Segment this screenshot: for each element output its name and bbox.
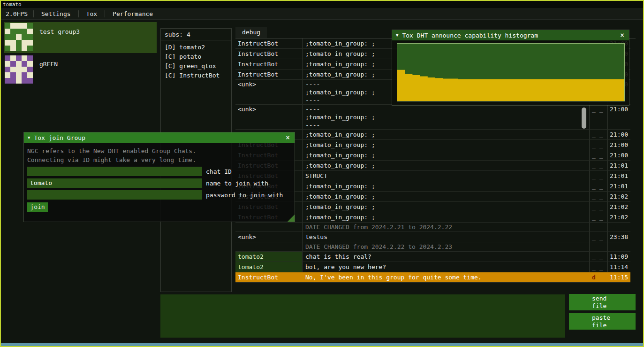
avatar-pixel bbox=[22, 78, 27, 84]
join-name-input[interactable]: tomato bbox=[27, 178, 202, 188]
contact-item-gREEN[interactable]: gREEN bbox=[4, 54, 157, 85]
chat-row-message: DATE CHANGED from 2024.2.22 to 2024.2.23 bbox=[302, 242, 589, 251]
avatar-pixel bbox=[27, 55, 33, 61]
chat-row-name: tomato2 bbox=[235, 252, 302, 262]
send-file-label: send file bbox=[592, 295, 613, 310]
avatar-pixel bbox=[5, 40, 10, 46]
chat-row-message: ;tomato_in_group: ; bbox=[302, 212, 589, 222]
chat-row[interactable]: <unk>---- ;tomato_in_group: ; ----_ _21:… bbox=[235, 105, 630, 130]
paste-file-label: paste file bbox=[592, 314, 613, 329]
collapse-arrow-icon[interactable]: ▼ bbox=[28, 135, 30, 140]
window-title: tomato bbox=[3, 1, 22, 8]
chat-scrollbar-thumb[interactable] bbox=[582, 108, 586, 129]
avatar-pixel bbox=[5, 29, 10, 34]
avatar-pixel bbox=[16, 40, 22, 46]
avatar-pixel bbox=[10, 67, 16, 72]
chat-row-name: InstructBot bbox=[235, 39, 302, 48]
chat-row-message: chat is this real? bbox=[302, 252, 589, 262]
avatar-pixel bbox=[5, 78, 10, 84]
chat-row-message: No, I've been in this group for quite so… bbox=[302, 272, 589, 282]
menu-separator bbox=[33, 10, 34, 17]
chat-row-flags: _ _ bbox=[589, 202, 607, 212]
subs-member[interactable]: [C] potato bbox=[161, 52, 231, 62]
join-group-window-titlebar[interactable]: ▼ Tox join Group × bbox=[24, 132, 295, 143]
chat-row-flags: _ _ bbox=[589, 192, 607, 201]
avatar-pixel bbox=[22, 29, 27, 34]
chat-date-row: DATE CHANGED from 2024.2.22 to 2024.2.23 bbox=[235, 242, 630, 252]
chat-row-name bbox=[235, 242, 302, 251]
join-button[interactable]: join bbox=[27, 202, 48, 212]
chat-row-name: InstructBot bbox=[235, 49, 302, 59]
avatar-pixel bbox=[27, 67, 33, 72]
chat-row-name: <unk> bbox=[235, 105, 302, 129]
chat-row[interactable]: tomato2bot, are you new here?_ _11:14 bbox=[235, 262, 630, 272]
resize-handle[interactable] bbox=[288, 215, 295, 222]
bottom-strip bbox=[1, 343, 643, 346]
contact-list: test_group3gREEN bbox=[4, 22, 157, 87]
join-group-window: ▼ Tox join Group × NGC refers to the New… bbox=[23, 132, 295, 222]
join-fields: chat IDtomatoname to join withpassword t… bbox=[27, 167, 291, 200]
menu-item-tox[interactable]: Tox bbox=[80, 10, 104, 17]
chat-row-flags: _ _ bbox=[589, 140, 607, 150]
join-password-input[interactable] bbox=[27, 190, 202, 200]
avatar-pixel bbox=[22, 34, 27, 40]
close-icon[interactable]: × bbox=[619, 32, 625, 39]
histogram-window-titlebar[interactable]: ▼ Tox DHT announce capability histogram … bbox=[392, 30, 629, 40]
paste-file-button[interactable]: paste file bbox=[569, 313, 636, 330]
fps-counter: 2.0FPS bbox=[1, 10, 32, 17]
chat-row[interactable]: tomato2chat is this real?_ _11:09 bbox=[235, 252, 630, 262]
chat-row-flags: _ _ bbox=[589, 161, 607, 170]
subs-member[interactable]: [C] green_qtox bbox=[161, 62, 231, 71]
chat-row-flags: _ _ bbox=[589, 105, 607, 129]
chat-row-message: ;tomato_in_group: ; bbox=[302, 202, 589, 212]
chat-row-time: 21:00 bbox=[607, 150, 630, 160]
avatar-pixel bbox=[27, 40, 33, 46]
join-description-line2: Connecting via ID might take a very long… bbox=[27, 155, 291, 164]
avatar-pixel bbox=[5, 61, 10, 67]
subs-member[interactable]: [D] tomato2 bbox=[161, 43, 231, 52]
chat-row-time bbox=[607, 223, 630, 231]
chat-row-name: InstructBot bbox=[235, 272, 302, 282]
menu-items: SettingsToxPerformance bbox=[32, 8, 159, 19]
avatar-pixel bbox=[16, 34, 22, 40]
join-field-label: password to join with bbox=[206, 192, 283, 199]
menu-item-performance[interactable]: Performance bbox=[106, 10, 159, 17]
histogram-plot bbox=[397, 43, 625, 101]
menubar: 2.0FPS SettingsToxPerformance bbox=[1, 8, 643, 20]
chat-row-name bbox=[235, 223, 302, 231]
avatar-pixel bbox=[5, 67, 10, 72]
subs-member[interactable]: [C] InstructBot bbox=[161, 71, 231, 80]
chat-row-time: 21:01 bbox=[607, 181, 630, 191]
tab-debug[interactable]: debug bbox=[235, 27, 267, 38]
contact-name: gREEN bbox=[39, 61, 58, 85]
avatar-pixel bbox=[10, 46, 16, 51]
chat-row-time: 21:00 bbox=[607, 130, 630, 139]
chat-id-input[interactable] bbox=[27, 167, 202, 176]
chat-date-row: DATE CHANGED from 2024.2.21 to 2024.2.22 bbox=[235, 223, 630, 232]
histogram-window-body bbox=[392, 40, 629, 105]
send-file-button[interactable]: send file bbox=[569, 294, 636, 310]
avatar-pixel bbox=[16, 61, 22, 67]
chat-row-flags: _ _ bbox=[589, 232, 607, 242]
chat-row-flags: _ _ bbox=[589, 130, 607, 139]
avatar-pixel bbox=[10, 29, 16, 34]
avatar-pixel bbox=[10, 61, 16, 67]
collapse-arrow-icon[interactable]: ▼ bbox=[396, 33, 398, 38]
chat-row[interactable]: <unk>testus_ _23:38 bbox=[235, 232, 630, 242]
avatar-pixel bbox=[22, 67, 27, 72]
close-icon[interactable]: × bbox=[285, 134, 291, 141]
avatar-pixel bbox=[27, 78, 33, 84]
chat-row-message: ;tomato_in_group: ; bbox=[302, 192, 589, 201]
chat-row[interactable]: InstructBotNo, I've been in this group f… bbox=[235, 272, 630, 283]
menu-item-settings[interactable]: Settings bbox=[35, 10, 77, 17]
contact-item-test_group3[interactable]: test_group3 bbox=[4, 22, 157, 53]
avatar-pixel bbox=[16, 55, 22, 61]
avatar-pixel bbox=[16, 67, 22, 72]
chat-row-message: ---- ;tomato_in_group: ; ---- bbox=[302, 105, 589, 129]
join-group-window-body: NGC refers to the New DHT enabled Group … bbox=[24, 143, 295, 222]
message-input[interactable] bbox=[160, 294, 565, 338]
chat-row-time: 11:09 bbox=[607, 252, 630, 262]
app-window: tomato 2.0FPS SettingsToxPerformance tes… bbox=[0, 0, 644, 347]
join-field-label: name to join with bbox=[206, 180, 268, 187]
chat-row-message: ;tomato_in_group: ; bbox=[302, 161, 589, 170]
